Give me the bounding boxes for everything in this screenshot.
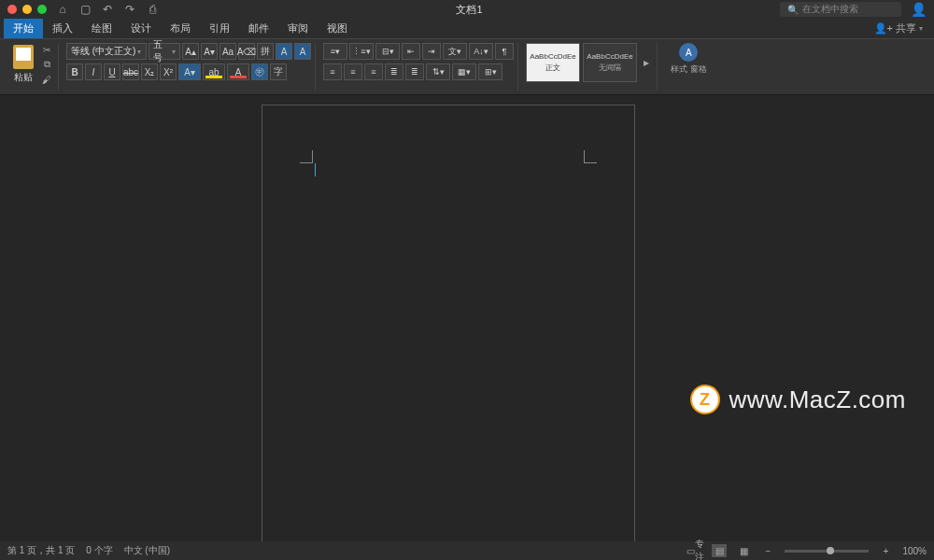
- tab-layout[interactable]: 布局: [161, 19, 200, 38]
- styles-more-button[interactable]: ▸: [640, 56, 653, 69]
- sort-button[interactable]: A↓▾: [469, 43, 493, 60]
- zoom-slider[interactable]: [785, 550, 869, 553]
- watermark-text: www.MacZ.com: [729, 385, 906, 414]
- italic-button[interactable]: I: [85, 63, 102, 80]
- format-painter-button[interactable]: 🖌: [39, 73, 54, 86]
- bold-button[interactable]: B: [66, 63, 83, 80]
- focus-mode-button[interactable]: ▭ 专注: [687, 544, 702, 557]
- borders-button[interactable]: ⊞▾: [478, 63, 502, 80]
- save-icon[interactable]: ▢: [78, 3, 92, 16]
- tab-home[interactable]: 开始: [4, 19, 43, 38]
- align-center-button[interactable]: ≡: [344, 63, 362, 80]
- ribbon-group-font: 等线 (中文正文) ▾ 五号 ▾ A▴ A▾ Aa A⌫ 拼 A A B I U: [63, 43, 316, 91]
- chevron-down-icon: ▾: [172, 48, 176, 56]
- zoom-thumb[interactable]: [827, 547, 834, 554]
- text-cursor: [315, 163, 316, 176]
- ribbon-group-paragraph: ≡▾ ⋮≡▾ ⊟▾ ⇤ ⇥ 文▾ A↓▾ ¶ ≡ ≡ ≡ ≣ ≣ ⇅▾ ▦▾ ⊞…: [319, 43, 518, 91]
- shrink-font-button[interactable]: A▾: [201, 43, 218, 60]
- zoom-level[interactable]: 100%: [902, 546, 927, 556]
- quick-access-toolbar: ⌂ ▢ ↶ ↷ ⎙: [56, 3, 159, 16]
- change-case-button[interactable]: Aa: [219, 43, 236, 60]
- print-layout-view-button[interactable]: ▤: [712, 544, 727, 557]
- home-icon[interactable]: ⌂: [56, 3, 69, 16]
- close-window-button[interactable]: [7, 5, 17, 14]
- font-size-select[interactable]: 五号 ▾: [149, 43, 180, 60]
- enclose-characters-button[interactable]: ㊥: [251, 63, 268, 80]
- ribbon-group-clipboard: 粘贴 ✂ ⧉ 🖌: [6, 43, 59, 91]
- minimize-window-button[interactable]: [22, 5, 32, 14]
- cut-button[interactable]: ✂: [39, 43, 54, 56]
- tab-draw[interactable]: 绘图: [82, 19, 121, 38]
- share-button[interactable]: 👤+ 共享 ▾: [867, 19, 930, 38]
- copy-button[interactable]: ⧉: [39, 58, 54, 71]
- ribbon-group-styles: AaBbCcDdEe 正文 AaBbCcDdEe 无间隔 ▸: [522, 43, 658, 91]
- maximize-window-button[interactable]: [37, 5, 47, 14]
- underline-button[interactable]: U: [104, 63, 120, 80]
- line-spacing-button[interactable]: ⇅▾: [426, 63, 450, 80]
- margin-marker-tl: [300, 150, 313, 163]
- bullets-button[interactable]: ≡▾: [323, 43, 347, 60]
- chevron-down-icon: ▾: [137, 48, 141, 56]
- document-area[interactable]: Z www.MacZ.com: [0, 95, 934, 541]
- user-account-icon[interactable]: 👤: [911, 2, 927, 17]
- titlebar: ⌂ ▢ ↶ ↷ ⎙ 文档1 🔍 在文档中搜索 👤: [0, 0, 934, 19]
- undo-icon[interactable]: ↶: [101, 3, 114, 16]
- align-left-button[interactable]: ≡: [323, 63, 342, 80]
- zoom-out-button[interactable]: −: [760, 544, 775, 557]
- numbering-button[interactable]: ⋮≡▾: [349, 43, 374, 60]
- watermark-badge: Z: [690, 385, 720, 414]
- clear-formatting-button[interactable]: A⌫: [238, 43, 255, 60]
- menubar: 开始 插入 绘图 设计 布局 引用 邮件 审阅 视图 👤+ 共享 ▾: [0, 19, 934, 39]
- character-border-button[interactable]: A: [276, 43, 292, 60]
- style-no-spacing[interactable]: AaBbCcDdEe 无间隔: [583, 43, 637, 82]
- language[interactable]: 中文 (中国): [124, 544, 170, 557]
- styles-pane-icon: A: [679, 43, 698, 62]
- tab-mailings[interactable]: 邮件: [239, 19, 278, 38]
- font-color-button[interactable]: A: [227, 63, 249, 80]
- document-page[interactable]: [262, 105, 635, 541]
- tab-view[interactable]: 视图: [318, 19, 357, 38]
- paste-button[interactable]: 粘贴: [9, 43, 37, 86]
- redo-icon[interactable]: ↷: [123, 3, 136, 16]
- styles-pane-button[interactable]: A 样式 窗格: [665, 43, 713, 76]
- subscript-button[interactable]: X₂: [141, 63, 158, 80]
- ribbon-group-styles-pane: A 样式 窗格: [661, 43, 716, 91]
- character-shading-2-button[interactable]: 字: [270, 63, 287, 80]
- highlight-button[interactable]: ab: [203, 63, 225, 80]
- tab-review[interactable]: 审阅: [278, 19, 318, 38]
- decrease-indent-button[interactable]: ⇤: [402, 43, 420, 60]
- multilevel-list-button[interactable]: ⊟▾: [375, 43, 400, 60]
- document-title: 文档1: [159, 3, 780, 17]
- watermark: Z www.MacZ.com: [690, 385, 906, 414]
- justify-button[interactable]: ≣: [385, 63, 403, 80]
- tab-insert[interactable]: 插入: [43, 19, 82, 38]
- style-normal[interactable]: AaBbCcDdEe 正文: [526, 43, 580, 82]
- text-effects-button[interactable]: A▾: [178, 63, 201, 80]
- statusbar: 第 1 页，共 1 页 0 个字 中文 (中国) ▭ 专注 ▤ ▦ − + 10…: [0, 541, 934, 560]
- word-count[interactable]: 0 个字: [86, 544, 112, 557]
- search-icon: 🔍: [787, 5, 799, 15]
- distributed-button[interactable]: ≣: [405, 63, 424, 80]
- print-icon[interactable]: ⎙: [146, 3, 159, 16]
- strikethrough-button[interactable]: abc: [122, 63, 139, 80]
- character-shading-button[interactable]: A: [294, 43, 311, 60]
- tab-design[interactable]: 设计: [121, 19, 161, 38]
- margin-marker-tr: [584, 150, 597, 163]
- zoom-in-button[interactable]: +: [878, 544, 893, 557]
- ribbon: 粘贴 ✂ ⧉ 🖌 等线 (中文正文) ▾ 五号 ▾ A▴ A▾: [0, 39, 934, 95]
- page-info[interactable]: 第 1 页，共 1 页: [7, 544, 75, 557]
- share-user-icon: 👤+: [874, 22, 893, 35]
- show-marks-button[interactable]: ¶: [495, 43, 514, 60]
- superscript-button[interactable]: X²: [160, 63, 177, 80]
- search-input[interactable]: 🔍 在文档中搜索: [780, 2, 901, 17]
- grow-font-button[interactable]: A▴: [182, 43, 199, 60]
- tab-references[interactable]: 引用: [200, 19, 239, 38]
- increase-indent-button[interactable]: ⇥: [422, 43, 441, 60]
- align-right-button[interactable]: ≡: [364, 63, 383, 80]
- window-controls: [7, 5, 47, 14]
- font-family-select[interactable]: 等线 (中文正文) ▾: [66, 43, 147, 60]
- web-layout-view-button[interactable]: ▦: [736, 544, 751, 557]
- text-direction-button[interactable]: 文▾: [443, 43, 467, 60]
- phonetic-guide-button[interactable]: 拼: [257, 43, 274, 60]
- shading-button[interactable]: ▦▾: [452, 63, 476, 80]
